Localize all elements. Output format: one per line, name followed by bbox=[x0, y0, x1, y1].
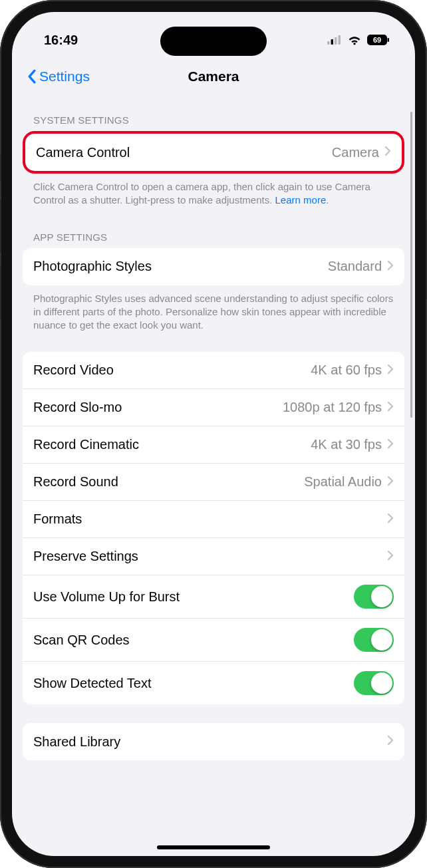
photographic-styles-card: Photographic Styles Standard bbox=[23, 248, 404, 285]
volume-down-button bbox=[0, 266, 1, 319]
svg-rect-5 bbox=[388, 38, 390, 42]
row-shared-library[interactable]: Shared Library bbox=[23, 723, 404, 760]
chevron-right-icon bbox=[387, 438, 394, 452]
row-label: Record Cinematic bbox=[33, 437, 311, 452]
page-title: Camera bbox=[188, 69, 239, 84]
chevron-right-icon bbox=[384, 146, 391, 159]
svg-rect-0 bbox=[327, 41, 330, 45]
row-label: Record Video bbox=[33, 362, 311, 378]
camera-options-card: Record Video 4K at 60 fps Record Slo-mo … bbox=[23, 352, 404, 704]
row-label: Photographic Styles bbox=[33, 259, 328, 274]
system-footer: Click Camera Control to open a camera ap… bbox=[12, 174, 415, 212]
section-header-system: System Settings bbox=[12, 94, 415, 131]
status-time: 16:49 bbox=[44, 33, 78, 48]
back-button[interactable]: Settings bbox=[27, 69, 90, 84]
svg-rect-2 bbox=[335, 37, 337, 45]
row-detected-text: Show Detected Text bbox=[23, 662, 404, 704]
navigation-bar: Settings Camera bbox=[12, 59, 415, 94]
row-label: Record Slo-mo bbox=[33, 400, 283, 415]
camera-control-card: Camera Control Camera bbox=[23, 131, 404, 174]
screen: 16:49 69 Settings Camera bbox=[12, 12, 415, 856]
row-camera-control[interactable]: Camera Control Camera bbox=[25, 134, 402, 171]
chevron-right-icon bbox=[387, 260, 394, 273]
device-frame: 16:49 69 Settings Camera bbox=[0, 0, 427, 868]
chevron-right-icon bbox=[387, 735, 394, 748]
row-record-sound[interactable]: Record Sound Spatial Audio bbox=[23, 464, 404, 501]
toggle-knob bbox=[371, 629, 392, 651]
toggle-volume-burst[interactable] bbox=[354, 585, 394, 609]
toggle-scan-qr[interactable] bbox=[354, 628, 394, 652]
row-record-slomo[interactable]: Record Slo-mo 1080p at 120 fps bbox=[23, 389, 404, 426]
row-volume-up-burst: Use Volume Up for Burst bbox=[23, 575, 404, 619]
chevron-right-icon bbox=[387, 550, 394, 563]
chevron-right-icon bbox=[387, 513, 394, 526]
mute-switch bbox=[0, 153, 1, 182]
svg-rect-1 bbox=[331, 39, 334, 45]
row-preserve-settings[interactable]: Preserve Settings bbox=[23, 538, 404, 575]
shared-library-card: Shared Library bbox=[23, 723, 404, 760]
row-value: Camera bbox=[332, 145, 379, 160]
chevron-right-icon bbox=[387, 364, 394, 377]
row-label: Shared Library bbox=[33, 734, 387, 750]
toggle-knob bbox=[371, 672, 392, 694]
back-label: Settings bbox=[39, 69, 90, 84]
row-value: 4K at 30 fps bbox=[311, 437, 382, 452]
toggle-knob bbox=[371, 586, 392, 607]
section-header-app: App Settings bbox=[12, 212, 415, 248]
row-record-video[interactable]: Record Video 4K at 60 fps bbox=[23, 352, 404, 389]
row-label: Show Detected Text bbox=[33, 676, 354, 691]
app-footer: Photographic Styles uses advanced scene … bbox=[12, 285, 415, 337]
row-label: Camera Control bbox=[36, 145, 332, 160]
chevron-right-icon bbox=[387, 476, 394, 489]
learn-more-link[interactable]: Learn more bbox=[275, 194, 327, 206]
chevron-left-icon bbox=[27, 69, 37, 84]
row-value: 1080p at 120 fps bbox=[283, 400, 382, 415]
row-label: Scan QR Codes bbox=[33, 633, 354, 648]
home-indicator[interactable] bbox=[157, 845, 270, 849]
scroll-indicator bbox=[410, 112, 412, 418]
battery-icon: 69 bbox=[367, 35, 390, 45]
row-label: Preserve Settings bbox=[33, 549, 387, 564]
row-formats[interactable]: Formats bbox=[23, 501, 404, 538]
wifi-icon bbox=[347, 35, 362, 45]
svg-text:69: 69 bbox=[373, 36, 381, 44]
footer-period: . bbox=[326, 194, 329, 206]
content-scroll[interactable]: System Settings Camera Control Camera Cl… bbox=[12, 94, 415, 856]
cellular-signal-icon bbox=[327, 35, 342, 45]
row-label: Record Sound bbox=[33, 474, 304, 490]
row-label: Use Volume Up for Burst bbox=[33, 589, 354, 605]
dynamic-island bbox=[160, 27, 267, 56]
row-value: 4K at 60 fps bbox=[311, 362, 382, 378]
row-value: Spatial Audio bbox=[304, 474, 382, 490]
row-record-cinematic[interactable]: Record Cinematic 4K at 30 fps bbox=[23, 426, 404, 464]
chevron-right-icon bbox=[387, 401, 394, 414]
row-value: Standard bbox=[328, 259, 382, 274]
volume-up-button bbox=[0, 200, 1, 253]
row-label: Formats bbox=[33, 511, 387, 527]
row-scan-qr: Scan QR Codes bbox=[23, 619, 404, 662]
toggle-detected-text[interactable] bbox=[354, 671, 394, 695]
svg-rect-3 bbox=[339, 35, 341, 45]
row-photographic-styles[interactable]: Photographic Styles Standard bbox=[23, 248, 404, 285]
